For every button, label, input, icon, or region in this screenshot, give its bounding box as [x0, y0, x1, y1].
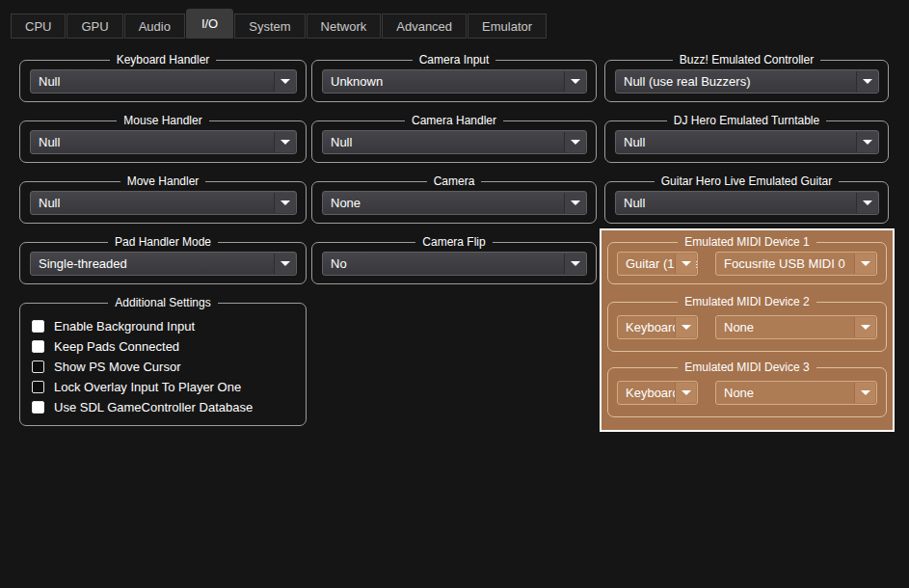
keyboard-handler-dropdown[interactable]: Null: [30, 69, 297, 94]
move-handler-dropdown[interactable]: Null: [30, 191, 297, 215]
buzz-controller-dropdown[interactable]: Null (use real Buzzers): [615, 69, 879, 94]
checkbox-keep-pads-connected[interactable]: Keep Pads Connected: [32, 336, 294, 357]
tab-emulator[interactable]: Emulator: [468, 13, 547, 39]
tab-label: Network: [321, 19, 367, 34]
group-mouse-handler: Mouse Handler Null: [19, 120, 307, 163]
guitar-hero-live-dropdown[interactable]: Null: [615, 191, 879, 215]
group-title: Keyboard Handler: [20, 53, 306, 67]
tab-cpu[interactable]: CPU: [11, 13, 66, 39]
chevron-down-icon: [854, 317, 875, 337]
chevron-down-icon: [564, 254, 585, 274]
group-buzz-controller: Buzz! Emulated Controller Null (use real…: [604, 60, 889, 102]
chevron-down-icon: [675, 317, 696, 337]
dropdown-value: None: [724, 320, 754, 334]
mouse-handler-dropdown[interactable]: Null: [30, 130, 297, 154]
tab-bar: CPU GPU Audio I/O System Network Advance…: [11, 8, 548, 39]
camera-dropdown[interactable]: None: [322, 191, 587, 215]
chevron-down-icon: [856, 193, 877, 213]
chevron-down-icon: [564, 193, 585, 213]
chevron-down-icon: [564, 71, 585, 92]
group-title: Guitar Hero Live Emulated Guitar: [605, 174, 888, 189]
midi-device-1-type-dropdown[interactable]: Guitar (17 fre: [617, 252, 698, 276]
group-title: Move Handler: [20, 174, 306, 189]
checkbox-show-ps-move-cursor[interactable]: Show PS Move Cursor: [32, 357, 294, 377]
group-camera: Camera None: [311, 181, 597, 224]
chevron-down-icon: [675, 254, 696, 274]
group-camera-handler: Camera Handler Null: [311, 120, 597, 163]
tab-io[interactable]: I/O: [186, 9, 233, 39]
chevron-down-icon: [274, 254, 295, 274]
tab-label: Advanced: [396, 19, 452, 34]
group-title: Mouse Handler: [20, 114, 306, 128]
checkbox-box[interactable]: [32, 401, 44, 414]
dropdown-value: Unknown: [331, 74, 383, 89]
checkbox-box[interactable]: [32, 381, 44, 393]
tab-network[interactable]: Network: [307, 13, 382, 39]
midi-devices-highlight-section: Emulated MIDI Device 1 Guitar (17 fre Fo…: [600, 228, 895, 432]
group-title: Buzz! Emulated Controller: [605, 53, 888, 67]
checkbox-box[interactable]: [32, 320, 44, 333]
checkbox-label: Keep Pads Connected: [54, 339, 179, 354]
camera-input-dropdown[interactable]: Unknown: [322, 69, 587, 94]
dropdown-value: Focusrite USB MIDI 0: [724, 256, 845, 271]
settings-window: CPU GPU Audio I/O System Network Advance…: [0, 0, 909, 588]
dropdown-value: Null: [39, 135, 60, 149]
column-handlers: Keyboard Handler Null Mouse Handler Null…: [19, 46, 307, 444]
group-dj-hero-turntable: DJ Hero Emulated Turntable Null: [604, 120, 889, 163]
tab-gpu[interactable]: GPU: [67, 13, 122, 39]
group-title: Emulated MIDI Device 2: [608, 295, 886, 309]
camera-handler-dropdown[interactable]: Null: [322, 130, 587, 154]
checkbox-box[interactable]: [32, 340, 44, 353]
group-title: Emulated MIDI Device 3: [608, 361, 886, 375]
tab-advanced[interactable]: Advanced: [382, 13, 467, 39]
dropdown-value: Single-threaded: [39, 256, 127, 271]
group-camera-input: Camera Input Unknown: [311, 60, 597, 102]
chevron-down-icon: [675, 383, 696, 403]
group-move-handler: Move Handler Null: [19, 181, 307, 224]
tab-label: Audio: [139, 19, 171, 34]
checkbox-label: Show PS Move Cursor: [54, 360, 181, 374]
dropdown-value: Null: [624, 135, 645, 149]
dropdown-value: Null: [331, 135, 352, 149]
midi-device-3-device-dropdown[interactable]: None: [715, 381, 877, 405]
tab-label: CPU: [25, 19, 51, 34]
chevron-down-icon: [854, 254, 875, 274]
group-pad-handler-mode: Pad Handler Mode Single-threaded: [19, 242, 307, 284]
dropdown-value: Keyboard: [626, 386, 680, 400]
tab-system[interactable]: System: [234, 13, 305, 39]
checkbox-lock-overlay-input[interactable]: Lock Overlay Input To Player One: [32, 377, 294, 397]
group-title: Camera Handler: [312, 114, 596, 128]
checkbox-box[interactable]: [32, 361, 44, 373]
checkbox-label: Lock Overlay Input To Player One: [54, 380, 241, 394]
group-emulated-midi-device-1: Emulated MIDI Device 1 Guitar (17 fre Fo…: [607, 242, 887, 284]
column-emulated-devices: Buzz! Emulated Controller Null (use real…: [604, 46, 889, 242]
group-emulated-midi-device-3: Emulated MIDI Device 3 Keyboard None: [607, 367, 887, 417]
tab-audio[interactable]: Audio: [124, 13, 185, 39]
pad-handler-mode-dropdown[interactable]: Single-threaded: [30, 252, 297, 276]
tab-label: System: [249, 19, 290, 34]
group-title: Additional Settings: [20, 296, 306, 310]
dj-hero-turntable-dropdown[interactable]: Null: [615, 130, 879, 154]
midi-device-3-type-dropdown[interactable]: Keyboard: [617, 381, 698, 405]
dropdown-value: None: [331, 196, 361, 210]
group-title: Pad Handler Mode: [20, 235, 306, 250]
dropdown-value: Null (use real Buzzers): [624, 74, 751, 89]
camera-flip-dropdown[interactable]: No: [322, 252, 587, 276]
chevron-down-icon: [856, 132, 877, 152]
midi-device-2-type-dropdown[interactable]: Keyboard: [617, 315, 698, 339]
checkbox-enable-background-input[interactable]: Enable Background Input: [32, 316, 294, 336]
column-camera: Camera Input Unknown Camera Handler Null…: [311, 46, 597, 303]
tab-label: GPU: [81, 19, 108, 34]
dropdown-value: Null: [39, 196, 60, 210]
midi-device-2-device-dropdown[interactable]: None: [715, 315, 877, 339]
chevron-down-icon: [274, 71, 295, 92]
tab-label: Emulator: [482, 19, 532, 34]
chevron-down-icon: [856, 71, 877, 92]
checkbox-label: Enable Background Input: [54, 319, 195, 334]
group-camera-flip: Camera Flip No: [311, 242, 597, 284]
chevron-down-icon: [274, 193, 295, 213]
midi-device-1-device-dropdown[interactable]: Focusrite USB MIDI 0: [715, 252, 877, 276]
group-title: Camera: [312, 174, 596, 189]
group-title: DJ Hero Emulated Turntable: [605, 114, 888, 128]
checkbox-sdl-gamecontroller-db[interactable]: Use SDL GameController Database: [32, 397, 294, 417]
